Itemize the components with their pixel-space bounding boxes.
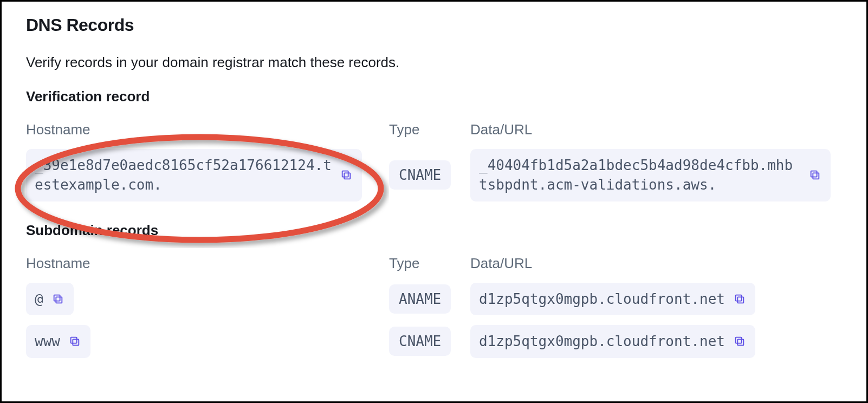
copy-icon[interactable] [68,334,82,348]
verification-table-header: Hostname Type Data/URL [26,121,842,138]
svg-rect-0 [344,173,350,179]
svg-rect-2 [813,173,819,179]
data-column-label: Data/URL [470,255,842,272]
svg-rect-6 [737,297,743,303]
subdomain-record-row: www CNAME d1zp5qtgx0mgpb.cloudfront.net [26,325,842,358]
svg-rect-4 [56,297,62,303]
subdomain-data-box: d1zp5qtgx0mgpb.cloudfront.net [470,325,755,358]
subdomain-hostname-box: @ [26,283,74,315]
page-title: DNS Records [26,15,842,35]
verification-record-row: _39e1e8d7e0aedc8165cf52a176612124.testex… [26,149,842,202]
copy-icon[interactable] [51,292,65,306]
hostname-column-label: Hostname [26,255,389,272]
page-description: Verify records in your domain registrar … [26,54,842,71]
svg-rect-3 [811,171,817,177]
subdomain-hostname-box: www [26,325,90,358]
subdomain-data-box: d1zp5qtgx0mgpb.cloudfront.net [470,283,755,315]
verification-type-badge: CNAME [389,160,451,190]
svg-rect-11 [736,337,742,343]
copy-icon[interactable] [339,168,353,182]
subdomain-type-badge: ANAME [389,284,451,314]
verification-data-box: _40404fb1d5a2a1bdec5b4ad98de4cfbb.mhbtsb… [470,149,831,202]
svg-rect-10 [737,340,743,346]
svg-rect-8 [73,340,79,346]
subdomain-data-value: d1zp5qtgx0mgpb.cloudfront.net [479,332,725,351]
subdomain-data-value: d1zp5qtgx0mgpb.cloudfront.net [479,289,725,309]
verification-data-value: _40404fb1d5a2a1bdec5b4ad98de4cfbb.mhbtsb… [479,155,800,195]
subdomain-record-row: @ ANAME d1zp5qtgx0mgpb.cloudfront.net [26,283,842,315]
svg-rect-5 [54,295,60,301]
copy-icon[interactable] [808,168,822,182]
type-column-label: Type [389,121,470,138]
verification-hostname-value: _39e1e8d7e0aedc8165cf52a176612124.testex… [35,155,332,195]
svg-rect-1 [342,171,348,177]
svg-rect-7 [736,295,742,301]
verification-hostname-box: _39e1e8d7e0aedc8165cf52a176612124.testex… [26,149,362,202]
subdomain-hostname-value: @ [35,289,43,309]
verification-section-title: Verification record [26,88,842,105]
subdomain-section-title: Subdomain records [26,222,842,239]
subdomain-hostname-value: www [35,332,60,351]
hostname-column-label: Hostname [26,121,389,138]
subdomain-table-header: Hostname Type Data/URL [26,255,842,272]
copy-icon[interactable] [733,334,747,348]
copy-icon[interactable] [733,292,747,306]
data-column-label: Data/URL [470,121,842,138]
subdomain-type-badge: CNAME [389,327,451,356]
dns-records-panel: DNS Records Verify records in your domai… [0,0,868,403]
type-column-label: Type [389,255,470,272]
svg-rect-9 [71,337,77,343]
